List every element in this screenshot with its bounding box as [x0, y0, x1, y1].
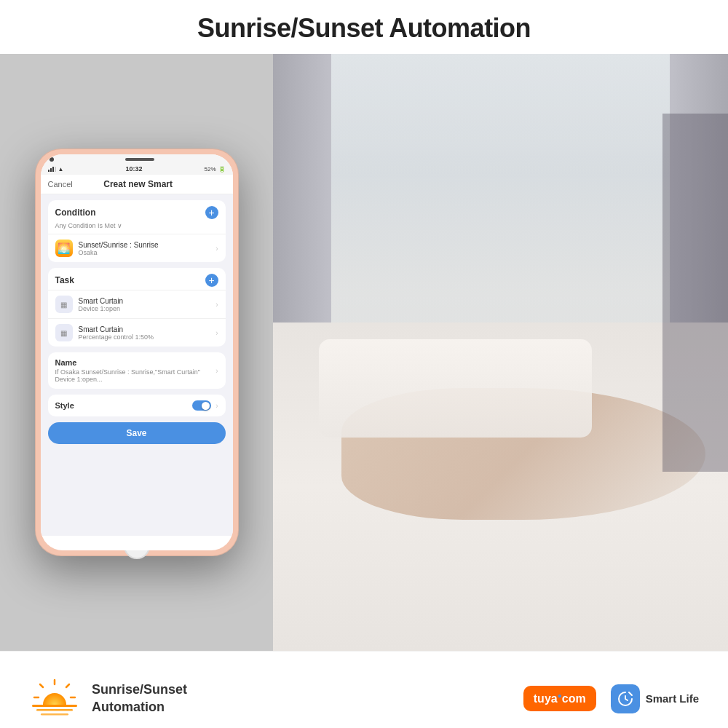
name-label: Name: [55, 358, 216, 367]
smart-life-icon: [611, 684, 640, 713]
condition-item-sub: Osaka: [79, 249, 210, 256]
task-header: Task +: [48, 268, 226, 290]
bottom-text-line2: Automation: [92, 699, 187, 716]
curtain-icon-2: ▦: [55, 324, 73, 341]
front-camera: [50, 157, 54, 162]
condition-subtitle: Any Condition Is Met ∨: [48, 222, 226, 234]
save-button[interactable]: Save: [48, 422, 226, 444]
phone-top-bar: [41, 154, 233, 163]
battery-percent: 52%: [204, 166, 215, 173]
name-content: Name If Osaka Sunset/Sunrise : Sunrise,"…: [55, 358, 216, 383]
signal-icon: [48, 166, 56, 172]
add-task-button[interactable]: +: [205, 274, 218, 287]
status-right: 52% 🔋: [204, 166, 225, 173]
tuya-logo: tuya●com: [523, 686, 596, 711]
phone-speaker: [125, 158, 154, 161]
task-item-2[interactable]: ▦ Smart Curtain Percentage control 1:50%…: [48, 318, 226, 347]
sun-icon-large: [29, 677, 80, 721]
main-content: ▲ 10:32 52% 🔋 Cancel Creat new Smart: [0, 54, 728, 651]
sunrise-icon: 🌅: [55, 240, 73, 257]
style-toggle[interactable]: [192, 400, 211, 411]
style-label: Style: [55, 401, 74, 410]
svg-rect-8: [36, 709, 73, 711]
time-display: 10:32: [125, 165, 142, 173]
task-item-1-sub: Device 1:open: [79, 305, 210, 312]
right-section: [273, 54, 728, 651]
status-left: ▲: [48, 166, 64, 173]
nav-bar: Cancel Creat new Smart: [41, 175, 233, 194]
name-chevron-icon: ›: [215, 367, 218, 375]
smart-life-text: Smart Life: [646, 692, 699, 705]
task-card: Task + ▦ Smart Curtain Device 1:open ›: [48, 268, 226, 347]
svg-line-2: [40, 684, 43, 687]
task-item-1-name: Smart Curtain: [79, 297, 210, 305]
task-item-1[interactable]: ▦ Smart Curtain Device 1:open ›: [48, 290, 226, 318]
wifi-icon: ▲: [58, 166, 64, 173]
condition-item[interactable]: 🌅 Sunset/Sunrise : Sunrise Osaka ›: [48, 234, 226, 262]
task-item-2-text: Smart Curtain Percentage control 1:50%: [79, 325, 210, 341]
name-value: If Osaka Sunset/Sunrise : Sunrise,"Smart…: [55, 368, 216, 383]
condition-item-name: Sunset/Sunrise : Sunrise: [79, 241, 210, 249]
task-chevron-2: ›: [215, 329, 218, 337]
svg-line-1: [66, 684, 69, 687]
tuya-domain: com: [562, 692, 586, 705]
battery-icon: 🔋: [218, 166, 226, 173]
svg-rect-9: [41, 713, 68, 716]
left-section: ▲ 10:32 52% 🔋 Cancel Creat new Smart: [0, 54, 273, 651]
bottom-logo: Sunrise/Sunset Automation: [29, 677, 187, 721]
condition-item-text: Sunset/Sunrise : Sunrise Osaka: [79, 241, 210, 256]
brand-logos: tuya●com Smart Life: [523, 684, 699, 713]
task-chevron-1: ›: [215, 301, 218, 309]
status-bar: ▲ 10:32 52% 🔋: [41, 163, 233, 175]
bottom-bar: Sunrise/Sunset Automation tuya●com Smart…: [0, 651, 728, 728]
condition-card: Condition + Any Condition Is Met ∨ 🌅 Sun…: [48, 200, 226, 262]
task-item-2-name: Smart Curtain: [79, 325, 210, 333]
phone-screen: ▲ 10:32 52% 🔋 Cancel Creat new Smart: [41, 154, 233, 550]
phone-scroll-content[interactable]: Condition + Any Condition Is Met ∨ 🌅 Sun…: [41, 194, 233, 536]
bottom-text-line1: Sunrise/Sunset: [92, 681, 187, 698]
phone-frame: ▲ 10:32 52% 🔋 Cancel Creat new Smart: [35, 149, 239, 556]
page-header: Sunrise/Sunset Automation: [0, 0, 728, 54]
curtain-icon-1: ▦: [55, 296, 73, 313]
task-item-2-sub: Percentage control 1:50%: [79, 333, 210, 341]
style-chevron-icon: ›: [215, 402, 218, 410]
add-condition-button[interactable]: +: [205, 206, 218, 219]
task-item-1-text: Smart Curtain Device 1:open: [79, 297, 210, 312]
task-title: Task: [55, 275, 74, 285]
name-card[interactable]: Name If Osaka Sunset/Sunrise : Sunrise,"…: [48, 352, 226, 389]
svg-rect-7: [32, 705, 77, 707]
style-card[interactable]: Style ›: [48, 395, 226, 416]
cancel-button[interactable]: Cancel: [48, 180, 73, 189]
condition-header: Condition +: [48, 200, 226, 222]
page-title: Sunrise/Sunset Automation: [15, 13, 713, 44]
bottom-logo-text: Sunrise/Sunset Automation: [92, 681, 187, 716]
bedroom-background: [273, 54, 728, 651]
smart-life-logo: Smart Life: [611, 684, 699, 713]
screen-title: Creat new Smart: [103, 179, 173, 189]
tuya-text: tuya: [534, 692, 558, 705]
condition-title: Condition: [55, 207, 96, 218]
chevron-right-icon: ›: [215, 245, 218, 253]
